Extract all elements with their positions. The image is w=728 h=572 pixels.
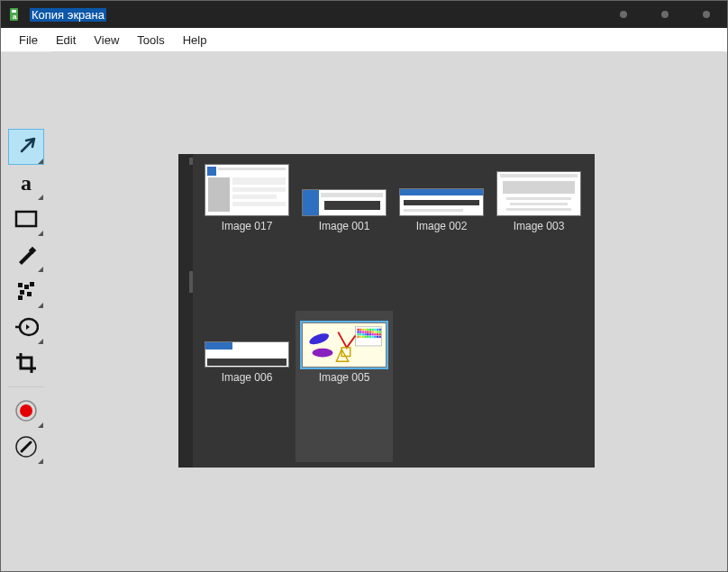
thumbnail[interactable]: Image 003 (490, 159, 587, 311)
svg-rect-22 (369, 329, 371, 331)
menu-file[interactable]: File (10, 31, 47, 50)
svg-rect-52 (369, 336, 371, 338)
svg-rect-56 (379, 336, 381, 338)
thumbnail[interactable]: Image 001 (296, 159, 393, 311)
svg-rect-42 (369, 333, 371, 335)
svg-rect-27 (357, 331, 359, 332)
thumbnail-preview (496, 171, 581, 216)
svg-rect-40 (364, 333, 366, 335)
svg-rect-55 (377, 336, 378, 338)
pen-icon (14, 435, 38, 459)
crop-icon (14, 351, 38, 375)
svg-rect-26 (379, 329, 381, 331)
svg-rect-39 (362, 333, 364, 335)
svg-rect-49 (362, 336, 364, 338)
svg-rect-34 (374, 331, 376, 332)
thumbnail[interactable]: Image 006 (198, 311, 296, 462)
tool-record[interactable] (8, 393, 44, 429)
svg-rect-50 (364, 336, 366, 338)
svg-rect-41 (367, 333, 369, 335)
svg-rect-10 (18, 295, 23, 300)
svg-rect-8 (20, 290, 24, 295)
svg-rect-36 (379, 331, 381, 332)
titlebar: a Копия экрана (1, 1, 727, 28)
svg-rect-48 (359, 336, 361, 338)
svg-line-15 (22, 442, 31, 451)
thumbnail-label: Image 005 (319, 371, 370, 384)
svg-rect-18 (359, 329, 361, 331)
thumbnail-label: Image 017 (222, 220, 273, 232)
thumbnail-preview (205, 164, 289, 216)
menu-help[interactable]: Help (174, 31, 216, 50)
menubar: File Edit View Tools Help (1, 28, 727, 52)
menu-edit[interactable]: Edit (47, 31, 85, 50)
svg-rect-20 (364, 329, 366, 331)
svg-rect-38 (359, 333, 361, 335)
highlighter-icon (14, 243, 38, 267)
tool-highlighter[interactable] (8, 237, 44, 273)
menu-tools[interactable]: Tools (128, 31, 173, 50)
svg-rect-5 (18, 283, 23, 287)
toolbar-separator (8, 386, 44, 387)
minimize-button[interactable] (603, 1, 644, 28)
svg-rect-47 (357, 336, 359, 338)
svg-rect-32 (369, 331, 371, 332)
svg-rect-3 (16, 212, 36, 226)
tool-step[interactable] (8, 309, 44, 345)
svg-point-13 (20, 404, 32, 417)
window-title: Копия экрана (30, 8, 106, 22)
svg-rect-7 (30, 282, 34, 286)
thumbnail-preview (399, 188, 484, 216)
thumbnail-preview (205, 341, 289, 368)
svg-rect-29 (362, 331, 364, 332)
pixelate-icon (15, 280, 37, 302)
svg-rect-9 (27, 292, 32, 296)
thumbnail-label: Image 003 (514, 220, 565, 232)
thumbnail-label: Image 001 (319, 220, 370, 232)
svg-rect-19 (362, 329, 364, 331)
svg-rect-37 (357, 333, 359, 335)
maximize-button[interactable] (644, 1, 686, 28)
svg-rect-51 (367, 336, 369, 338)
step-icon (14, 317, 39, 337)
svg-rect-44 (374, 333, 376, 335)
tool-arrow[interactable] (8, 129, 44, 165)
thumbnail-preview (302, 189, 387, 216)
svg-rect-24 (374, 329, 376, 331)
svg-rect-6 (24, 285, 29, 289)
close-button[interactable] (686, 1, 727, 28)
sidebar-toolbar: a (4, 51, 49, 465)
svg-rect-25 (377, 329, 378, 331)
menu-view[interactable]: View (85, 31, 128, 50)
svg-rect-35 (377, 331, 378, 332)
svg-rect-17 (357, 329, 359, 331)
tool-rect[interactable] (8, 201, 44, 237)
thumbnail[interactable]: Image 002 (393, 159, 490, 311)
gallery-scroll-rail[interactable] (178, 154, 193, 468)
thumbnail-gallery: Image 017Image 001Image 002Image 003Imag… (178, 154, 595, 468)
rectangle-icon (14, 210, 38, 228)
app-icon: a (8, 7, 23, 22)
svg-rect-53 (372, 336, 374, 338)
svg-rect-31 (367, 331, 369, 332)
canvas-area: Image 017Image 001Image 002Image 003Imag… (52, 51, 723, 567)
svg-text:a: a (13, 13, 17, 21)
text-icon: a (21, 171, 32, 195)
thumbnail[interactable]: Image 005 (296, 311, 393, 462)
tool-crop[interactable] (8, 345, 44, 381)
svg-point-57 (308, 331, 331, 347)
tool-pen[interactable] (8, 429, 44, 465)
svg-point-58 (312, 349, 332, 358)
thumbnail-label: Image 006 (222, 371, 273, 384)
thumbnail[interactable]: Image 017 (198, 159, 296, 311)
tool-pixelate[interactable] (8, 273, 44, 309)
thumbnail-label: Image 002 (416, 220, 468, 232)
svg-rect-23 (372, 329, 374, 331)
arrow-icon (14, 134, 39, 159)
svg-rect-33 (372, 331, 374, 332)
record-icon (14, 399, 38, 422)
tool-text[interactable]: a (8, 165, 44, 201)
thumbnail-preview (302, 322, 387, 368)
svg-rect-46 (379, 333, 381, 335)
svg-rect-30 (364, 331, 366, 332)
